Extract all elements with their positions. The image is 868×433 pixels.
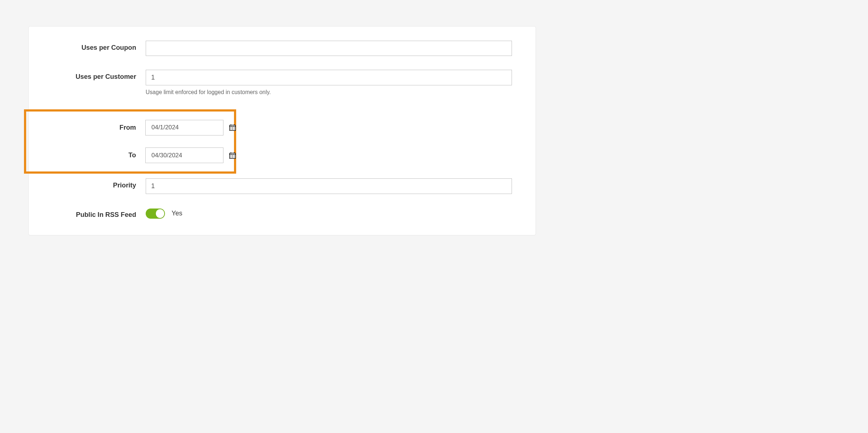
- date-range-highlight: From: [24, 109, 236, 174]
- uses-per-coupon-input[interactable]: [146, 41, 512, 56]
- page-root: Uses per Coupon Uses per Customer Usage …: [0, 0, 564, 282]
- to-date-field[interactable]: [145, 147, 223, 163]
- svg-rect-19: [234, 157, 235, 158]
- label-uses-per-coupon: Uses per Coupon: [52, 41, 146, 52]
- calendar-icon[interactable]: [229, 124, 237, 131]
- svg-rect-18: [232, 157, 233, 158]
- row-priority: Priority: [52, 178, 512, 194]
- svg-rect-4: [231, 128, 231, 128]
- svg-rect-17: [231, 157, 231, 158]
- svg-rect-15: [232, 155, 233, 156]
- svg-rect-9: [234, 129, 235, 130]
- row-uses-per-coupon: Uses per Coupon: [52, 41, 512, 56]
- rss-toggle[interactable]: [146, 209, 165, 218]
- svg-rect-5: [232, 128, 233, 128]
- form-card: Uses per Coupon Uses per Customer Usage …: [28, 26, 536, 236]
- svg-rect-7: [231, 129, 231, 130]
- to-date-input[interactable]: [151, 151, 229, 159]
- toggle-knob: [156, 209, 164, 218]
- priority-input[interactable]: [146, 178, 512, 194]
- svg-rect-16: [234, 155, 235, 156]
- rss-toggle-label: Yes: [171, 210, 182, 217]
- label-uses-per-customer: Uses per Customer: [52, 70, 146, 81]
- uses-per-customer-input[interactable]: [146, 70, 512, 85]
- row-rss: Public In RSS Feed Yes: [52, 208, 512, 219]
- from-date-field[interactable]: [145, 120, 223, 135]
- svg-rect-6: [234, 128, 235, 128]
- label-to: To: [26, 151, 145, 159]
- row-uses-per-customer: Uses per Customer Usage limit enforced f…: [52, 70, 512, 96]
- row-to: To: [26, 147, 223, 163]
- label-priority: Priority: [52, 178, 146, 189]
- uses-per-customer-helper: Usage limit enforced for logged in custo…: [146, 89, 512, 96]
- from-date-input[interactable]: [151, 124, 229, 131]
- svg-rect-8: [232, 129, 233, 130]
- calendar-icon[interactable]: [229, 151, 237, 159]
- label-rss: Public In RSS Feed: [52, 208, 146, 219]
- svg-rect-14: [231, 155, 231, 156]
- label-from: From: [26, 124, 145, 131]
- row-from: From: [26, 120, 223, 135]
